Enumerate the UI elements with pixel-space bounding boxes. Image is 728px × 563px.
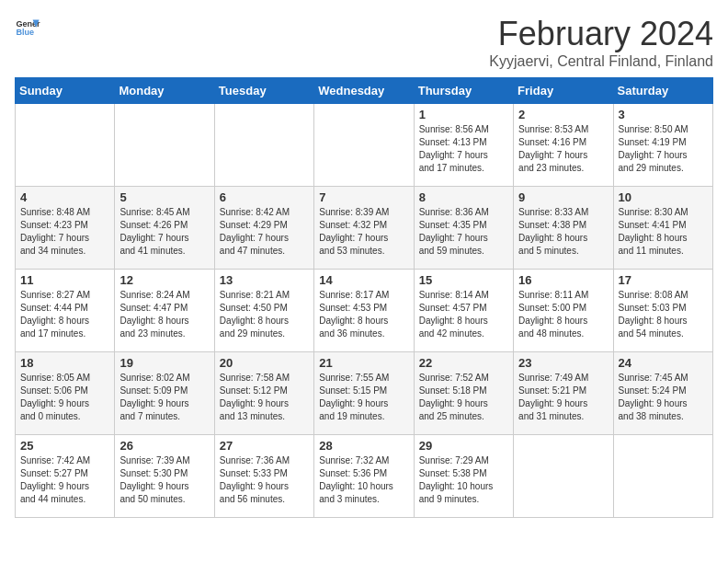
calendar-week-2: 4Sunrise: 8:48 AM Sunset: 4:23 PM Daylig… — [16, 187, 713, 270]
day-number: 12 — [119, 273, 209, 287]
day-info: Sunrise: 7:52 AM Sunset: 5:18 PM Dayligh… — [419, 372, 508, 423]
day-number: 16 — [518, 273, 608, 287]
day-info: Sunrise: 8:27 AM Sunset: 4:44 PM Dayligh… — [20, 289, 109, 340]
day-number: 18 — [20, 356, 109, 370]
day-number: 19 — [119, 356, 209, 370]
day-info: Sunrise: 8:48 AM Sunset: 4:23 PM Dayligh… — [20, 206, 109, 258]
day-info: Sunrise: 7:36 AM Sunset: 5:33 PM Dayligh… — [220, 454, 309, 506]
calendar-week-3: 11Sunrise: 8:27 AM Sunset: 4:44 PM Dayli… — [16, 270, 713, 352]
calendar-cell: 1Sunrise: 8:56 AM Sunset: 4:13 PM Daylig… — [414, 104, 513, 187]
calendar-cell: 27Sunrise: 7:36 AM Sunset: 5:33 PM Dayli… — [214, 435, 313, 518]
weekday-header-row: SundayMondayTuesdayWednesdayThursdayFrid… — [16, 78, 713, 104]
calendar-cell: 5Sunrise: 8:45 AM Sunset: 4:26 PM Daylig… — [115, 187, 214, 270]
calendar-cell — [115, 104, 214, 187]
day-number: 6 — [220, 190, 309, 204]
day-info: Sunrise: 8:53 AM Sunset: 4:16 PM Dayligh… — [518, 123, 608, 175]
weekday-header-saturday: Saturday — [613, 78, 712, 104]
calendar-cell: 12Sunrise: 8:24 AM Sunset: 4:47 PM Dayli… — [115, 270, 214, 352]
weekday-header-thursday: Thursday — [414, 78, 513, 104]
day-info: Sunrise: 8:33 AM Sunset: 4:38 PM Dayligh… — [518, 206, 608, 258]
day-number: 22 — [419, 356, 508, 370]
calendar-week-4: 18Sunrise: 8:05 AM Sunset: 5:06 PM Dayli… — [16, 352, 713, 435]
calendar-cell: 10Sunrise: 8:30 AM Sunset: 4:41 PM Dayli… — [613, 187, 712, 270]
calendar-table: SundayMondayTuesdayWednesdayThursdayFrid… — [15, 77, 713, 518]
day-number: 23 — [518, 356, 608, 370]
day-info: Sunrise: 8:50 AM Sunset: 4:19 PM Dayligh… — [619, 123, 708, 175]
day-number: 17 — [619, 273, 708, 287]
day-number: 4 — [20, 190, 109, 204]
calendar-cell: 16Sunrise: 8:11 AM Sunset: 5:00 PM Dayli… — [514, 270, 613, 352]
calendar-cell: 14Sunrise: 8:17 AM Sunset: 4:53 PM Dayli… — [314, 270, 414, 352]
day-info: Sunrise: 7:45 AM Sunset: 5:24 PM Dayligh… — [619, 372, 708, 423]
day-info: Sunrise: 7:55 AM Sunset: 5:15 PM Dayligh… — [319, 372, 408, 423]
day-number: 2 — [518, 108, 608, 121]
day-info: Sunrise: 8:39 AM Sunset: 4:32 PM Dayligh… — [319, 206, 408, 258]
calendar-cell — [16, 104, 115, 187]
calendar-cell: 23Sunrise: 7:49 AM Sunset: 5:21 PM Dayli… — [514, 352, 613, 435]
day-info: Sunrise: 8:11 AM Sunset: 5:00 PM Dayligh… — [518, 289, 608, 340]
day-info: Sunrise: 8:56 AM Sunset: 4:13 PM Dayligh… — [419, 123, 508, 175]
day-info: Sunrise: 8:42 AM Sunset: 4:29 PM Dayligh… — [220, 206, 309, 258]
title-section: February 2024 Kyyjaervi, Central Finland… — [489, 15, 713, 70]
day-number: 14 — [319, 273, 408, 287]
day-info: Sunrise: 8:45 AM Sunset: 4:26 PM Dayligh… — [119, 206, 209, 258]
month-year-title: February 2024 — [489, 15, 713, 53]
calendar-cell — [514, 435, 613, 518]
day-number: 1 — [419, 108, 508, 121]
day-info: Sunrise: 8:36 AM Sunset: 4:35 PM Dayligh… — [419, 206, 508, 258]
day-info: Sunrise: 8:08 AM Sunset: 5:03 PM Dayligh… — [619, 289, 708, 340]
calendar-cell: 13Sunrise: 8:21 AM Sunset: 4:50 PM Dayli… — [214, 270, 313, 352]
calendar-cell: 9Sunrise: 8:33 AM Sunset: 4:38 PM Daylig… — [514, 187, 613, 270]
calendar-cell: 15Sunrise: 8:14 AM Sunset: 4:57 PM Dayli… — [414, 270, 513, 352]
calendar-cell: 20Sunrise: 7:58 AM Sunset: 5:12 PM Dayli… — [214, 352, 313, 435]
day-info: Sunrise: 8:05 AM Sunset: 5:06 PM Dayligh… — [20, 372, 109, 423]
calendar-cell: 3Sunrise: 8:50 AM Sunset: 4:19 PM Daylig… — [613, 104, 712, 187]
day-number: 8 — [419, 190, 508, 204]
day-number: 10 — [619, 190, 708, 204]
calendar-cell: 6Sunrise: 8:42 AM Sunset: 4:29 PM Daylig… — [214, 187, 313, 270]
day-info: Sunrise: 8:14 AM Sunset: 4:57 PM Dayligh… — [419, 289, 508, 340]
day-number: 7 — [319, 190, 408, 204]
calendar-cell — [314, 104, 414, 187]
svg-text:Blue: Blue — [16, 28, 34, 37]
day-number: 9 — [518, 190, 608, 204]
day-info: Sunrise: 8:02 AM Sunset: 5:09 PM Dayligh… — [119, 372, 209, 423]
page-header: General Blue February 2024 Kyyjaervi, Ce… — [15, 15, 713, 70]
weekday-header-sunday: Sunday — [16, 78, 115, 104]
calendar-body: 1Sunrise: 8:56 AM Sunset: 4:13 PM Daylig… — [16, 104, 713, 518]
day-info: Sunrise: 8:30 AM Sunset: 4:41 PM Dayligh… — [619, 206, 708, 258]
calendar-cell: 24Sunrise: 7:45 AM Sunset: 5:24 PM Dayli… — [613, 352, 712, 435]
day-number: 3 — [619, 108, 708, 121]
calendar-cell: 21Sunrise: 7:55 AM Sunset: 5:15 PM Dayli… — [314, 352, 414, 435]
calendar-cell: 17Sunrise: 8:08 AM Sunset: 5:03 PM Dayli… — [613, 270, 712, 352]
calendar-week-5: 25Sunrise: 7:42 AM Sunset: 5:27 PM Dayli… — [16, 435, 713, 518]
weekday-header-tuesday: Tuesday — [214, 78, 313, 104]
logo-icon: General Blue — [15, 15, 40, 40]
day-number: 21 — [319, 356, 408, 370]
day-info: Sunrise: 7:42 AM Sunset: 5:27 PM Dayligh… — [20, 454, 109, 506]
day-number: 26 — [119, 439, 209, 453]
calendar-cell: 22Sunrise: 7:52 AM Sunset: 5:18 PM Dayli… — [414, 352, 513, 435]
calendar-cell: 28Sunrise: 7:32 AM Sunset: 5:36 PM Dayli… — [314, 435, 414, 518]
day-number: 27 — [220, 439, 309, 453]
calendar-cell: 25Sunrise: 7:42 AM Sunset: 5:27 PM Dayli… — [16, 435, 115, 518]
logo: General Blue — [15, 15, 40, 40]
calendar-cell: 7Sunrise: 8:39 AM Sunset: 4:32 PM Daylig… — [314, 187, 414, 270]
day-number: 20 — [220, 356, 309, 370]
day-number: 24 — [619, 356, 708, 370]
day-info: Sunrise: 7:39 AM Sunset: 5:30 PM Dayligh… — [119, 454, 209, 506]
day-number: 5 — [119, 190, 209, 204]
calendar-cell — [214, 104, 313, 187]
calendar-cell: 29Sunrise: 7:29 AM Sunset: 5:38 PM Dayli… — [414, 435, 513, 518]
weekday-header-friday: Friday — [514, 78, 613, 104]
day-number: 11 — [20, 273, 109, 287]
calendar-cell: 18Sunrise: 8:05 AM Sunset: 5:06 PM Dayli… — [16, 352, 115, 435]
day-info: Sunrise: 8:17 AM Sunset: 4:53 PM Dayligh… — [319, 289, 408, 340]
day-number: 13 — [220, 273, 309, 287]
day-info: Sunrise: 7:32 AM Sunset: 5:36 PM Dayligh… — [319, 454, 408, 506]
calendar-cell: 2Sunrise: 8:53 AM Sunset: 4:16 PM Daylig… — [514, 104, 613, 187]
day-info: Sunrise: 8:21 AM Sunset: 4:50 PM Dayligh… — [220, 289, 309, 340]
calendar-cell — [613, 435, 712, 518]
calendar-cell: 26Sunrise: 7:39 AM Sunset: 5:30 PM Dayli… — [115, 435, 214, 518]
location-subtitle: Kyyjaervi, Central Finland, Finland — [489, 53, 713, 70]
